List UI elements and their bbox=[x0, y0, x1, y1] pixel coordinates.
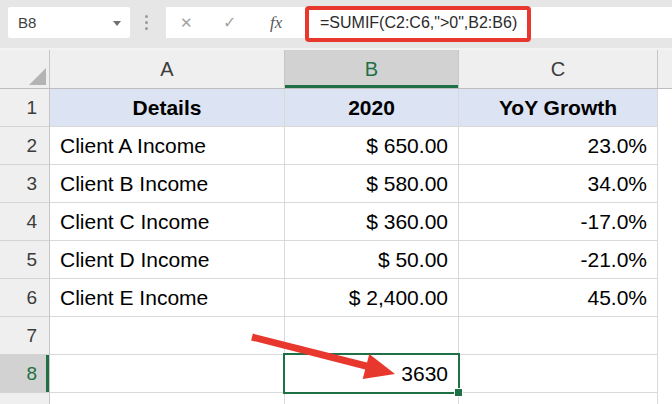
cell-c4[interactable]: -17.0% bbox=[459, 203, 658, 241]
cell-b2[interactable]: $ 650.00 bbox=[285, 127, 459, 165]
formula-bar-grip-icon bbox=[145, 15, 148, 30]
table-row-7: 7 bbox=[0, 317, 672, 355]
table-row-6: 6 Client E Income $ 2,400.00 45.0% bbox=[0, 279, 672, 317]
row-header-8[interactable]: 8 bbox=[0, 355, 50, 393]
cell-a3[interactable]: Client B Income bbox=[50, 165, 285, 203]
table-row-8: 8 3630 bbox=[0, 355, 672, 393]
cancel-icon[interactable]: ✕ bbox=[180, 7, 193, 38]
cell-b3[interactable]: $ 580.00 bbox=[285, 165, 459, 203]
name-box[interactable]: B8 bbox=[8, 7, 130, 38]
column-header-b[interactable]: B bbox=[285, 50, 459, 88]
table-row-9-partial bbox=[0, 393, 672, 404]
cell-d4[interactable] bbox=[658, 203, 672, 241]
cell-a6[interactable]: Client E Income bbox=[50, 279, 285, 317]
formula-text[interactable]: =SUMIF(C2:C6,">0",B2:B6) bbox=[320, 7, 517, 38]
spreadsheet-grid: A B C 1 Details 2020 YoY Growth 2 Client… bbox=[0, 50, 672, 404]
cell-d7[interactable] bbox=[658, 317, 672, 355]
cell-b1[interactable]: 2020 bbox=[285, 89, 459, 127]
formula-bar-container: B8 ✕ ✓ fx =SUMIF(C2:C6,">0",B2:B6) bbox=[0, 0, 672, 50]
cell-c6[interactable]: 45.0% bbox=[459, 279, 658, 317]
cell-b9-partial[interactable] bbox=[285, 393, 459, 404]
row-header-1[interactable]: 1 bbox=[0, 89, 50, 127]
select-all-corner[interactable] bbox=[0, 50, 50, 88]
cell-b6[interactable]: $ 2,400.00 bbox=[285, 279, 459, 317]
excel-window: B8 ✕ ✓ fx =SUMIF(C2:C6,">0",B2:B6) A B C… bbox=[0, 0, 672, 404]
cell-a2[interactable]: Client A Income bbox=[50, 127, 285, 165]
cell-d2[interactable] bbox=[658, 127, 672, 165]
column-header-filler bbox=[658, 50, 672, 88]
row-header-4[interactable]: 4 bbox=[0, 203, 50, 241]
table-row-3: 3 Client B Income $ 580.00 34.0% bbox=[0, 165, 672, 203]
cell-c5[interactable]: -21.0% bbox=[459, 241, 658, 279]
row-header-7[interactable]: 7 bbox=[0, 317, 50, 355]
name-box-value: B8 bbox=[18, 7, 36, 38]
table-row-5: 5 Client D Income $ 50.00 -21.0% bbox=[0, 241, 672, 279]
row-header-9-partial[interactable] bbox=[0, 393, 50, 404]
cell-a1[interactable]: Details bbox=[50, 89, 285, 127]
row-header-6[interactable]: 6 bbox=[0, 279, 50, 317]
cell-d5[interactable] bbox=[658, 241, 672, 279]
table-row-2: 2 Client A Income $ 650.00 23.0% bbox=[0, 127, 672, 165]
cell-d6[interactable] bbox=[658, 279, 672, 317]
cell-c2[interactable]: 23.0% bbox=[459, 127, 658, 165]
column-header-row: A B C bbox=[0, 50, 672, 89]
enter-icon[interactable]: ✓ bbox=[223, 7, 236, 38]
cell-b5[interactable]: $ 50.00 bbox=[285, 241, 459, 279]
cell-c1[interactable]: YoY Growth bbox=[459, 89, 658, 127]
cell-a5[interactable]: Client D Income bbox=[50, 241, 285, 279]
cell-c9-partial[interactable] bbox=[459, 393, 658, 404]
cell-b7[interactable] bbox=[285, 317, 459, 355]
column-header-c[interactable]: C bbox=[459, 50, 658, 88]
column-header-a[interactable]: A bbox=[50, 50, 285, 88]
cell-d3[interactable] bbox=[658, 165, 672, 203]
cell-d8[interactable] bbox=[658, 355, 672, 393]
cell-c7[interactable] bbox=[459, 317, 658, 355]
cell-d9-partial[interactable] bbox=[658, 393, 672, 404]
row-header-2[interactable]: 2 bbox=[0, 127, 50, 165]
cell-a7[interactable] bbox=[50, 317, 285, 355]
table-row-4: 4 Client C Income $ 360.00 -17.0% bbox=[0, 203, 672, 241]
row-header-5[interactable]: 5 bbox=[0, 241, 50, 279]
cell-b4[interactable]: $ 360.00 bbox=[285, 203, 459, 241]
row-header-3[interactable]: 3 bbox=[0, 165, 50, 203]
cell-b8-selected[interactable]: 3630 bbox=[285, 355, 459, 393]
cell-a8[interactable] bbox=[50, 355, 285, 393]
table-row-1: 1 Details 2020 YoY Growth bbox=[0, 89, 672, 127]
name-box-dropdown-icon[interactable] bbox=[113, 21, 121, 26]
cell-a9-partial[interactable] bbox=[50, 393, 285, 404]
cell-c8[interactable] bbox=[459, 355, 658, 393]
insert-function-icon[interactable]: fx bbox=[270, 7, 282, 38]
cell-a4[interactable]: Client C Income bbox=[50, 203, 285, 241]
cell-d1[interactable] bbox=[658, 89, 672, 127]
formula-bar[interactable]: ✕ ✓ fx =SUMIF(C2:C6,">0",B2:B6) bbox=[166, 7, 672, 38]
select-all-triangle-icon bbox=[29, 68, 46, 85]
cell-c3[interactable]: 34.0% bbox=[459, 165, 658, 203]
